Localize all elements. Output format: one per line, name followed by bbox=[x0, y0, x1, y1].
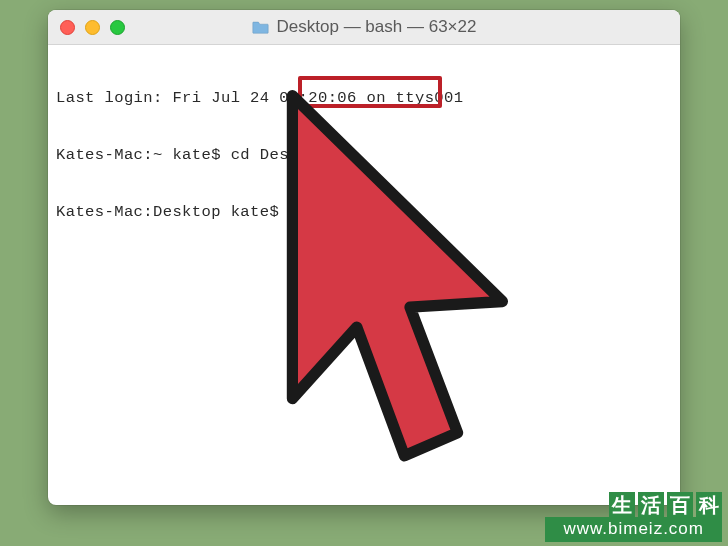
watermark-char: 科 bbox=[696, 492, 722, 518]
stage: Desktop — bash — 63×22 Last login: Fri J… bbox=[0, 0, 728, 546]
window-traffic-lights bbox=[60, 20, 125, 35]
watermark-char: 百 bbox=[667, 492, 693, 518]
terminal-line: Last login: Fri Jul 24 08:20:06 on ttys0… bbox=[56, 89, 672, 108]
terminal-content[interactable]: Last login: Fri Jul 24 08:20:06 on ttys0… bbox=[48, 45, 680, 268]
watermark-char: 活 bbox=[638, 492, 664, 518]
watermark-url: www.bimeiz.com bbox=[545, 517, 722, 542]
watermark-char: 生 bbox=[609, 492, 635, 518]
window-title-group: Desktop — bash — 63×22 bbox=[48, 17, 680, 37]
terminal-line: Kates-Mac:~ kate$ cd Desktop bbox=[56, 146, 672, 165]
close-button[interactable] bbox=[60, 20, 75, 35]
window-title-text: Desktop — bash — 63×22 bbox=[277, 17, 477, 37]
folder-icon bbox=[252, 20, 269, 34]
zoom-button[interactable] bbox=[110, 20, 125, 35]
watermark-logo: 生 活 百 科 bbox=[608, 492, 722, 518]
window-titlebar[interactable]: Desktop — bash — 63×22 bbox=[48, 10, 680, 45]
terminal-window[interactable]: Desktop — bash — 63×22 Last login: Fri J… bbox=[48, 10, 680, 505]
terminal-line: Kates-Mac:Desktop kate$ wine 316.exe bbox=[56, 203, 672, 222]
minimize-button[interactable] bbox=[85, 20, 100, 35]
